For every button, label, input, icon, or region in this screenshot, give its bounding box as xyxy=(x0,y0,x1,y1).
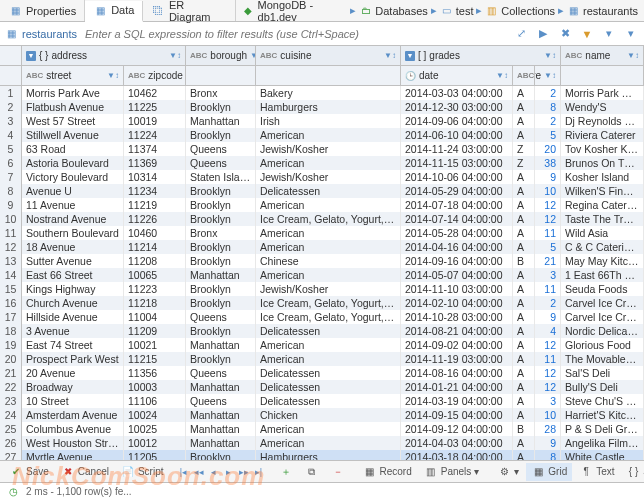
cell-grade[interactable]: A xyxy=(513,436,535,450)
cell-cuisine[interactable]: Jewish/Kosher xyxy=(256,142,401,156)
sort-icon[interactable]: ▼↕ xyxy=(544,71,556,80)
settings-button[interactable]: ⚙▾ xyxy=(492,463,524,481)
cell-cuisine[interactable]: American xyxy=(256,338,401,352)
group-address[interactable]: ▼{ }address▼↕ xyxy=(22,46,186,65)
cell-date[interactable]: 2014-05-28 04:00:00 xyxy=(401,226,513,240)
cell-date[interactable]: 2014-04-03 04:00:00 xyxy=(401,436,513,450)
cell-grade[interactable]: A xyxy=(513,86,535,100)
cell-street[interactable]: Morris Park Ave xyxy=(22,86,124,100)
tab-er-diagram[interactable]: ⿻ER Diagram xyxy=(143,0,235,21)
cell-score[interactable]: 11 xyxy=(535,226,561,240)
cell-date[interactable]: 2014-11-15 03:00:00 xyxy=(401,156,513,170)
cell-grade[interactable]: Z xyxy=(513,142,535,156)
col-cuisine-header[interactable]: ABCcuisine▼↕ xyxy=(256,46,401,65)
col-street-header[interactable]: ABCstreet▼↕ xyxy=(22,66,124,85)
cell-street[interactable]: Amsterdam Avenue xyxy=(22,408,124,422)
cell-name[interactable]: Glorious Food xyxy=(561,338,644,352)
table-row[interactable]: 19East 74 Street10021ManhattanAmerican20… xyxy=(0,338,644,352)
cell-grade[interactable]: B xyxy=(513,254,535,268)
cell-date[interactable]: 2014-12-30 03:00:00 xyxy=(401,100,513,114)
cell-name[interactable]: May May Kitchen xyxy=(561,254,644,268)
cell-borough[interactable]: Brooklyn xyxy=(186,296,256,310)
cell-grade[interactable]: A xyxy=(513,366,535,380)
cell-cuisine[interactable]: Ice Cream, Gelato, Yogurt, Ices xyxy=(256,296,401,310)
cell-cuisine[interactable]: Delicatessen xyxy=(256,394,401,408)
cell-zipcode[interactable]: 10314 xyxy=(124,170,186,184)
cell-score[interactable]: 38 xyxy=(535,156,561,170)
cell-score[interactable]: 3 xyxy=(535,268,561,282)
cell-date[interactable]: 2014-07-18 04:00:00 xyxy=(401,198,513,212)
sort-icon[interactable]: ▼↕ xyxy=(107,71,119,80)
cell-date[interactable]: 2014-08-16 04:00:00 xyxy=(401,366,513,380)
cell-grade[interactable]: A xyxy=(513,408,535,422)
cell-score[interactable]: 2 xyxy=(535,86,561,100)
cell-street[interactable]: Stillwell Avenue xyxy=(22,128,124,142)
cell-cuisine[interactable]: American xyxy=(256,156,401,170)
nav-next-icon[interactable]: ▸ xyxy=(222,464,236,480)
cell-borough[interactable]: Manhattan xyxy=(186,338,256,352)
cell-street[interactable]: 63 Road xyxy=(22,142,124,156)
cell-score[interactable]: 10 xyxy=(535,408,561,422)
cell-street[interactable]: Flatbush Avenue xyxy=(22,100,124,114)
col-score-header[interactable]: 123score▼↕ xyxy=(535,66,561,85)
cell-street[interactable]: Nostrand Avenue xyxy=(22,212,124,226)
cell-borough[interactable]: Brooklyn xyxy=(186,282,256,296)
sort-icon[interactable]: ▼↕ xyxy=(627,51,639,60)
cell-street[interactable]: West Houston Street xyxy=(22,436,124,450)
cell-name[interactable]: Steve Chu'S Deli & Groc xyxy=(561,394,644,408)
cell-zipcode[interactable]: 11219 xyxy=(124,198,186,212)
nav-next-page-icon[interactable]: ▸▸ xyxy=(237,464,251,480)
delete-row-button[interactable]: － xyxy=(326,463,350,481)
history-icon[interactable]: ▾ xyxy=(600,25,618,43)
nav-prev-icon[interactable]: ◂ xyxy=(207,464,221,480)
cell-grade[interactable]: A xyxy=(513,380,535,394)
cell-zipcode[interactable]: 10065 xyxy=(124,268,186,282)
cell-grade[interactable]: A xyxy=(513,310,535,324)
cell-date[interactable]: 2014-02-10 04:00:00 xyxy=(401,296,513,310)
cell-borough[interactable]: Bronx xyxy=(186,86,256,100)
cell-borough[interactable]: Queens xyxy=(186,156,256,170)
cell-name[interactable]: Wendy'S xyxy=(561,100,644,114)
cell-name[interactable]: Dj Reynolds Pub And Re xyxy=(561,114,644,128)
cell-score[interactable]: 21 xyxy=(535,254,561,268)
cell-date[interactable]: 2014-09-06 04:00:00 xyxy=(401,114,513,128)
table-row[interactable]: 13Sutter Avenue11208BrooklynChinese2014-… xyxy=(0,254,644,268)
cell-name[interactable]: Riviera Caterer xyxy=(561,128,644,142)
cell-zipcode[interactable]: 11225 xyxy=(124,100,186,114)
cell-cuisine[interactable]: Bakery xyxy=(256,86,401,100)
cell-zipcode[interactable]: 11226 xyxy=(124,212,186,226)
cell-date[interactable]: 2014-03-03 04:00:00 xyxy=(401,86,513,100)
table-row[interactable]: 10Nostrand Avenue11226BrooklynIce Cream,… xyxy=(0,212,644,226)
cell-name[interactable]: Carvel Ice Cream xyxy=(561,296,644,310)
add-row-button[interactable]: ＋ xyxy=(274,463,298,481)
cell-borough[interactable]: Queens xyxy=(186,366,256,380)
cell-score[interactable]: 12 xyxy=(535,212,561,226)
cell-borough[interactable]: Queens xyxy=(186,142,256,156)
cell-zipcode[interactable]: 11224 xyxy=(124,128,186,142)
cell-street[interactable]: East 74 Street xyxy=(22,338,124,352)
cell-date[interactable]: 2014-11-24 03:00:00 xyxy=(401,142,513,156)
table-row[interactable]: 3West 57 Street10019ManhattanIrish2014-0… xyxy=(0,114,644,128)
cell-cuisine[interactable]: Ice Cream, Gelato, Yogurt, Ices xyxy=(256,212,401,226)
cell-borough[interactable]: Manhattan xyxy=(186,422,256,436)
panels-button[interactable]: ▥Panels▾ xyxy=(419,463,485,481)
text-view-button[interactable]: ¶Text xyxy=(574,463,619,481)
nav-first-icon[interactable]: |◂ xyxy=(177,464,191,480)
cell-grade[interactable]: A xyxy=(513,114,535,128)
col-borough-header[interactable]: ABCborough▼↕ xyxy=(186,46,256,65)
cell-street[interactable]: 20 Avenue xyxy=(22,366,124,380)
filter-input[interactable] xyxy=(81,26,508,42)
cell-score[interactable]: 9 xyxy=(535,310,561,324)
cell-cuisine[interactable]: American xyxy=(256,226,401,240)
custom-filter-icon[interactable]: ▼ xyxy=(578,25,596,43)
cell-cuisine[interactable]: Delicatessen xyxy=(256,324,401,338)
cell-name[interactable]: Angelika Film Center xyxy=(561,436,644,450)
apply-filter-icon[interactable]: ▶ xyxy=(534,25,552,43)
cell-zipcode[interactable]: 10012 xyxy=(124,436,186,450)
cell-grade[interactable]: A xyxy=(513,212,535,226)
cell-zipcode[interactable]: 11214 xyxy=(124,240,186,254)
cell-cuisine[interactable]: Jewish/Kosher xyxy=(256,282,401,296)
cell-score[interactable]: 12 xyxy=(535,198,561,212)
cell-score[interactable]: 20 xyxy=(535,142,561,156)
cell-street[interactable]: East 66 Street xyxy=(22,268,124,282)
